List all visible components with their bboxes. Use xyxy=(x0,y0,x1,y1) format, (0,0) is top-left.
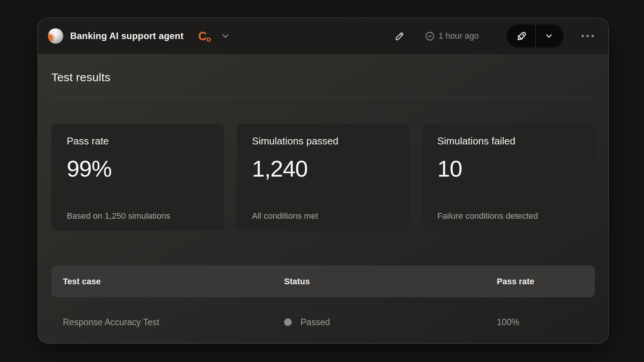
status-dot-icon xyxy=(284,318,292,326)
stat-cards: Pass rate 99% Based on 1,250 simulations… xyxy=(51,124,595,231)
stat-label: Simulations failed xyxy=(437,135,580,147)
table-row[interactable]: Response Accuracy Test Passed 100% xyxy=(51,297,595,343)
titlebar-actions: 1 hour ago xyxy=(394,25,594,48)
stat-value: 10 xyxy=(437,156,580,182)
stat-caption: Based on 1,250 simulations xyxy=(67,211,209,221)
last-saved-status: 1 hour ago xyxy=(425,31,479,41)
page-title: Test results xyxy=(51,71,595,84)
test-results-table: Test case Status Pass rate Response Accu… xyxy=(51,265,595,343)
project-avatar[interactable] xyxy=(48,28,63,44)
column-header-status: Status xyxy=(273,277,485,287)
stat-card-simulations-failed: Simulations failed 10 Failure conditions… xyxy=(422,124,595,231)
rocket-icon xyxy=(516,31,527,41)
column-header-test-case: Test case xyxy=(51,277,273,287)
pass-rate-value: 100% xyxy=(485,317,596,328)
results-section: Test results Pass rate 99% Based on 1,25… xyxy=(38,71,608,343)
rocket-launch-button[interactable] xyxy=(506,25,536,48)
column-header-pass-rate: Pass rate xyxy=(485,277,596,287)
stat-caption: All conditions met xyxy=(252,211,394,221)
deploy-split-button xyxy=(506,25,564,48)
last-saved-label: 1 hour ago xyxy=(439,31,479,41)
stat-label: Pass rate xyxy=(67,135,209,147)
stat-card-simulations-passed: Simulations passed 1,240 All conditions … xyxy=(237,124,409,231)
chevron-down-icon xyxy=(544,31,554,41)
check-circle-icon xyxy=(425,31,435,41)
status-badge: Passed xyxy=(301,317,330,328)
test-case-name: Response Accuracy Test xyxy=(51,317,273,328)
section-divider xyxy=(51,98,595,98)
stat-card-pass-rate: Pass rate 99% Based on 1,250 simulations xyxy=(51,124,224,231)
deploy-options-chevron[interactable] xyxy=(536,25,564,48)
stat-caption: Failure conditions detected xyxy=(437,211,580,221)
edit-pencil-icon[interactable] xyxy=(394,31,405,41)
more-options-icon[interactable] xyxy=(582,35,594,37)
stat-label: Simulations passed xyxy=(252,135,394,147)
project-title: Banking AI support agent xyxy=(70,31,184,41)
title-chevron-down-icon[interactable] xyxy=(220,31,230,41)
stat-value: 99% xyxy=(67,156,209,182)
table-header-row: Test case Status Pass rate xyxy=(51,265,595,297)
titlebar: Banking AI support agent C o 1 hour ago xyxy=(38,18,608,54)
co-logo-icon: C o xyxy=(198,30,211,42)
app-window: Banking AI support agent C o 1 hour ago xyxy=(38,18,609,344)
stat-value: 1,240 xyxy=(252,156,394,182)
status-cell: Passed xyxy=(273,317,485,328)
